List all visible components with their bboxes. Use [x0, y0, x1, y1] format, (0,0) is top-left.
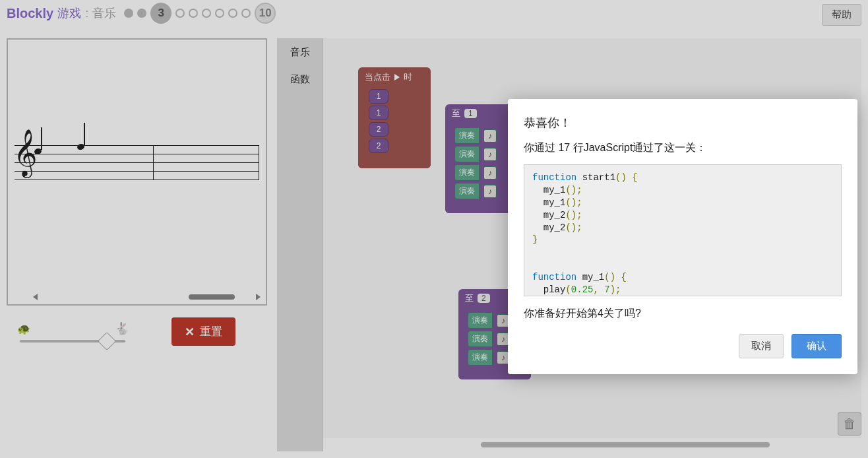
fn-call-block[interactable]: 2: [369, 122, 388, 137]
level-dot-8[interactable]: [228, 9, 237, 18]
turtle-icon: 🐢: [17, 323, 30, 335]
play-block[interactable]: 演奏♪: [454, 164, 514, 181]
level-dot-4[interactable]: [175, 9, 185, 18]
note-icon[interactable]: ♪: [483, 166, 497, 180]
brand-link[interactable]: Blockly: [7, 6, 53, 21]
level-dot-1[interactable]: [124, 9, 133, 18]
level-dot-10[interactable]: 10: [255, 3, 276, 24]
note-icon[interactable]: ♪: [483, 185, 497, 198]
note-stem: [84, 123, 85, 145]
barline: [153, 145, 154, 180]
note-icon[interactable]: ♪: [483, 129, 497, 143]
play-icon: [394, 74, 400, 81]
rabbit-icon: 🐇: [115, 321, 129, 336]
fn-label: 至: [465, 292, 474, 304]
level-bar: 3 10: [124, 3, 276, 24]
play-block[interactable]: 演奏♪: [454, 183, 514, 199]
start-label-suffix: 时: [404, 71, 412, 83]
fn-name[interactable]: 2: [478, 294, 490, 303]
fn-call-block[interactable]: 1: [369, 89, 388, 104]
games-link[interactable]: 游戏: [57, 5, 81, 21]
level-dot-7[interactable]: [215, 9, 224, 18]
success-dialog: 恭喜你！ 你通过 17 行JavaScript通过了这一关： function …: [508, 99, 857, 374]
dialog-next-prompt: 你准备好开始第4关了吗?: [524, 307, 842, 321]
reset-button[interactable]: ✕ 重置: [171, 317, 235, 346]
dialog-summary: 你通过 17 行JavaScript通过了这一关：: [524, 141, 842, 155]
start-label-prefix: 当点击: [365, 71, 390, 83]
trash-icon[interactable]: 🗑: [838, 412, 861, 436]
barline: [259, 145, 259, 180]
start-block[interactable]: 当点击 时 1 1 2 2: [358, 67, 431, 168]
staff-scrollbar[interactable]: [33, 292, 261, 302]
speed-slider[interactable]: 🐢 🐇: [20, 331, 125, 333]
toolbox: 音乐 函数: [277, 38, 323, 451]
fn-call-block[interactable]: 2: [369, 139, 388, 153]
level-dot-3[interactable]: 3: [150, 3, 171, 24]
scroll-thumb[interactable]: [189, 294, 235, 300]
music-staff: 𝄞: [7, 38, 267, 306]
dialog-title: 恭喜你！: [524, 115, 842, 131]
function-def-block[interactable]: 至 1 演奏♪ 演奏♪ 演奏♪ 演奏♪: [445, 104, 518, 213]
play-block[interactable]: 演奏♪: [454, 146, 514, 162]
note-icon[interactable]: ♪: [483, 148, 497, 161]
fn-label: 至: [452, 108, 460, 119]
toolbox-category-functions[interactable]: 函数: [277, 65, 323, 92]
fn-name[interactable]: 1: [464, 109, 477, 118]
controls-row: 🐢 🐇 ✕ 重置: [7, 317, 267, 346]
help-button[interactable]: 帮助: [822, 4, 861, 26]
visualization-pane: 𝄞 🐢 🐇 ✕ 重置: [7, 38, 267, 346]
play-block[interactable]: 演奏♪: [454, 127, 514, 144]
level-dot-6[interactable]: [202, 9, 211, 18]
code-output[interactable]: function start1() { my_1(); my_1(); my_2…: [524, 164, 842, 296]
scroll-thumb[interactable]: [481, 442, 770, 447]
note-stem: [41, 127, 42, 150]
level-dot-2[interactable]: [137, 9, 146, 18]
cancel-button[interactable]: 取消: [739, 334, 784, 358]
level-dot-5[interactable]: [189, 9, 198, 18]
workspace-hscroll[interactable]: [323, 442, 848, 449]
scroll-left-icon[interactable]: [33, 294, 38, 300]
reset-label: 重置: [200, 324, 222, 339]
ok-button[interactable]: 确认: [791, 334, 842, 358]
toolbox-category-music[interactable]: 音乐: [277, 38, 323, 65]
close-icon: ✕: [185, 325, 195, 339]
header: Blockly 游戏 : 音乐 3 10 帮助: [7, 0, 861, 26]
level-dot-9[interactable]: [241, 9, 251, 18]
breadcrumb-colon: :: [85, 7, 88, 20]
speed-knob[interactable]: [97, 331, 115, 350]
scroll-right-icon[interactable]: [256, 294, 261, 300]
game-name: 音乐: [92, 5, 116, 21]
fn-call-block[interactable]: 1: [369, 106, 388, 120]
